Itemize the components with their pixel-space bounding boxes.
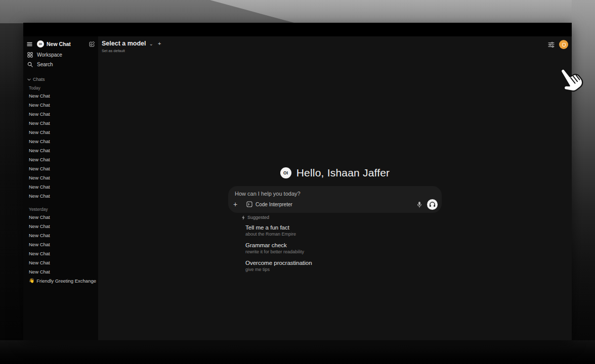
- app-logo: OI: [37, 40, 44, 48]
- add-model-button[interactable]: +: [158, 40, 161, 47]
- main-area: Select a model ⌄ + Set as default OI Hel…: [98, 36, 572, 340]
- suggested-section: Suggested Tell me a fun fact about the R…: [228, 214, 442, 278]
- wallpaper-bottom: [0, 340, 595, 364]
- sidebar-item-workspace[interactable]: Workspace: [23, 50, 98, 60]
- sidebar-title: New Chat: [47, 41, 71, 47]
- workspace-grid-icon: [27, 52, 33, 58]
- microphone-icon[interactable]: [417, 201, 422, 208]
- chat-list-item[interactable]: New Chat: [23, 258, 98, 267]
- chat-list-item[interactable]: New Chat: [23, 240, 98, 249]
- chat-list-item[interactable]: New Chat: [23, 191, 98, 200]
- app-window: OI New Chat Workspace Search Chats Today: [23, 23, 572, 340]
- chat-list-item[interactable]: New Chat: [23, 155, 98, 164]
- chat-list-item[interactable]: New Chat: [23, 118, 98, 127]
- avatar-glyph: [562, 43, 566, 47]
- chat-group-label-today: Today: [23, 84, 98, 91]
- prompt-title: Tell me a fun fact: [245, 224, 442, 231]
- sidebar-item-search[interactable]: Search: [23, 60, 98, 69]
- greeting-text: Hello, Ishaan Jaffer: [296, 167, 390, 179]
- search-icon: [27, 62, 33, 67]
- chats-section-label: Chats: [33, 77, 45, 82]
- chat-group-label-yesterday: Yesterday: [23, 206, 98, 212]
- input-toolbar: + Code Interpreter: [233, 199, 438, 210]
- set-as-default-link[interactable]: Set as default: [102, 49, 161, 53]
- waving-hand-emoji: 👋: [29, 278, 34, 283]
- search-label: Search: [37, 62, 53, 67]
- wallpaper-left: [0, 23, 23, 364]
- chat-list-item[interactable]: New Chat: [23, 182, 98, 191]
- code-interpreter-label: Code Interpreter: [256, 202, 292, 207]
- workspace-label: Workspace: [37, 52, 62, 58]
- chat-list-item[interactable]: New Chat: [23, 136, 98, 146]
- prompt-title: Overcome procrastination: [245, 260, 442, 266]
- attach-plus-button[interactable]: +: [233, 200, 242, 208]
- voice-call-button[interactable]: [427, 199, 438, 210]
- chat-list-item[interactable]: New Chat: [23, 221, 98, 231]
- model-selector-button[interactable]: Select a model: [102, 40, 146, 47]
- model-chevron-icon[interactable]: ⌄: [149, 41, 153, 47]
- chat-list-item[interactable]: New Chat: [23, 91, 98, 100]
- prompt-subtitle: rewrite it for better readability: [245, 249, 442, 255]
- chat-list-item[interactable]: New Chat: [23, 109, 98, 118]
- new-chat-edit-icon[interactable]: [89, 41, 95, 47]
- sidebar-toggle-icon[interactable]: [27, 42, 32, 47]
- chat-list-item[interactable]: New Chat: [23, 212, 98, 221]
- model-selector: Select a model ⌄ + Set as default: [102, 40, 161, 53]
- greeting-logo: OI: [280, 167, 291, 178]
- chat-list-item[interactable]: New Chat: [23, 173, 98, 182]
- chat-list-item[interactable]: New Chat: [23, 164, 98, 173]
- window-titlebar: [23, 23, 572, 36]
- chat-title: Friendly Greeting Exchange: [36, 278, 96, 284]
- controls-sliders-icon[interactable]: [548, 42, 555, 48]
- prompt-subtitle: about the Roman Empire: [245, 231, 442, 237]
- chat-list-item[interactable]: New Chat: [23, 249, 98, 258]
- chat-list-item[interactable]: New Chat: [23, 146, 98, 155]
- chat-list-item[interactable]: New Chat: [23, 100, 98, 109]
- suggested-prompt[interactable]: Grammar check rewrite it for better read…: [245, 242, 442, 255]
- suggested-label-text: Suggested: [247, 215, 269, 220]
- chats-section-toggle[interactable]: Chats: [23, 76, 98, 83]
- code-interpreter-toggle[interactable]: Code Interpreter: [246, 201, 292, 207]
- headphones-icon: [429, 201, 436, 207]
- wallpaper-right: [572, 0, 595, 364]
- user-avatar[interactable]: [559, 40, 568, 49]
- prompt-title: Grammar check: [245, 242, 442, 249]
- sidebar-header: OI New Chat: [23, 39, 98, 49]
- message-input-placeholder: How can I help you today?: [235, 191, 301, 197]
- greeting-row: OI Hello, Ishaan Jaffer: [98, 167, 572, 179]
- sidebar: OI New Chat Workspace Search Chats Today: [23, 36, 98, 340]
- suggested-header: Suggested: [228, 214, 442, 220]
- code-interpreter-icon: [246, 201, 252, 207]
- message-input-card[interactable]: How can I help you today? + Code Interpr…: [228, 186, 442, 213]
- suggested-prompt-list: Tell me a fun fact about the Roman Empir…: [228, 224, 442, 272]
- chat-list-item-friendly-greeting[interactable]: 👋 Friendly Greeting Exchange: [23, 276, 98, 285]
- prompt-subtitle: give me tips: [245, 266, 442, 272]
- sparkle-icon: [241, 215, 245, 220]
- header-right-controls: [548, 40, 568, 49]
- chat-list-item[interactable]: New Chat: [23, 267, 98, 276]
- chat-list-item[interactable]: New Chat: [23, 231, 98, 240]
- chevron-down-icon: [27, 78, 31, 81]
- chat-list-item[interactable]: New Chat: [23, 127, 98, 136]
- suggested-prompt[interactable]: Tell me a fun fact about the Roman Empir…: [245, 224, 442, 237]
- suggested-prompt[interactable]: Overcome procrastination give me tips: [245, 260, 442, 272]
